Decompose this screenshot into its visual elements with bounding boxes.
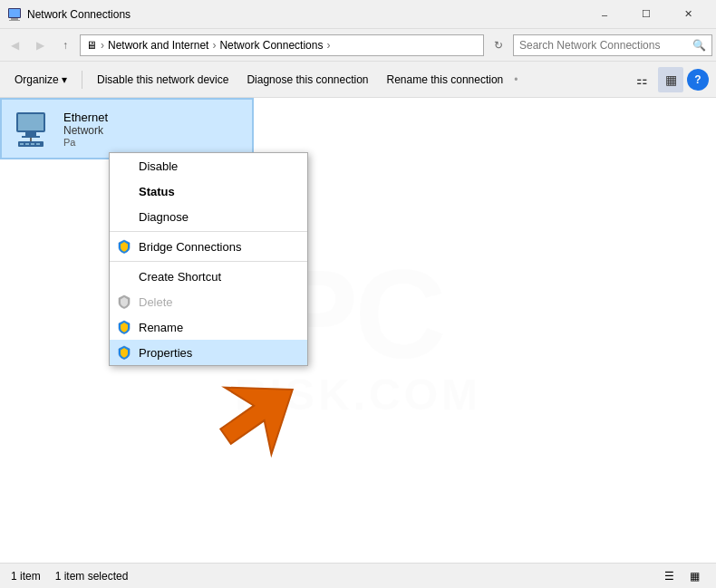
search-icon: 🔍: [692, 39, 706, 52]
back-button[interactable]: ◀: [4, 34, 25, 56]
rename-shield-icon: [117, 320, 131, 334]
properties-label: Properties: [139, 346, 192, 360]
view-icon-button2[interactable]: ▦: [658, 67, 683, 92]
search-box[interactable]: 🔍: [513, 34, 712, 56]
minimize-button[interactable]: –: [584, 0, 625, 29]
toolbar-dot-sep: •: [514, 73, 518, 86]
svg-rect-1: [9, 9, 20, 17]
toolbar-right: ⚏ ▦ ?: [629, 67, 709, 92]
ethernet-name: Ethernet: [63, 111, 108, 124]
bridge-label: Bridge Connections: [139, 240, 241, 254]
svg-rect-12: [31, 143, 34, 145]
view-icon-button1[interactable]: ⚏: [629, 67, 654, 92]
ethernet-type: Network: [63, 124, 108, 137]
title-bar: Network Connections – ☐ ✕: [0, 0, 716, 29]
status-view-btn2[interactable]: ▦: [683, 567, 705, 585]
maximize-button[interactable]: ☐: [625, 0, 667, 29]
disable-button[interactable]: Disable this network device: [90, 66, 236, 93]
menu-item-shortcut[interactable]: Create Shortcut: [110, 264, 307, 289]
ethernet-status: Pa: [63, 137, 108, 148]
address-bar: ◀ ▶ ↑ 🖥 › Network and Internet › Network…: [0, 29, 716, 62]
breadcrumb-sep2: ›: [326, 39, 330, 52]
svg-rect-3: [9, 20, 20, 21]
menu-sep-1: [110, 231, 307, 232]
toolbar: Organize ▾ Disable this network device D…: [0, 62, 716, 98]
diagnose-button[interactable]: Diagnose this connection: [239, 66, 375, 93]
svg-rect-13: [36, 143, 40, 145]
menu-sep-2: [110, 261, 307, 262]
refresh-button[interactable]: ↻: [488, 34, 509, 56]
svg-rect-6: [25, 132, 36, 136]
breadcrumb-item1[interactable]: Network and Internet: [108, 39, 208, 52]
svg-rect-11: [25, 143, 29, 145]
menu-item-rename[interactable]: Rename: [110, 314, 307, 340]
breadcrumb-sep1: ›: [212, 39, 216, 52]
menu-item-delete: Delete: [110, 289, 307, 314]
menu-item-properties[interactable]: Properties: [110, 340, 307, 365]
breadcrumb-sep0: ›: [101, 39, 104, 52]
breadcrumb[interactable]: 🖥 › Network and Internet › Network Conne…: [80, 34, 484, 56]
shortcut-label: Create Shortcut: [139, 270, 221, 284]
delete-shield-icon: [117, 294, 131, 309]
delete-label: Delete: [139, 295, 173, 309]
breadcrumb-home-icon: 🖥: [86, 39, 97, 52]
status-label: Status: [139, 185, 175, 198]
toolbar-sep1: [82, 71, 82, 89]
close-button[interactable]: ✕: [667, 0, 709, 29]
help-button[interactable]: ?: [687, 69, 709, 91]
bridge-shield-icon: [117, 239, 131, 254]
forward-button[interactable]: ▶: [29, 34, 51, 56]
menu-item-bridge[interactable]: Bridge Connections: [110, 234, 307, 259]
main-content: PC RISK.COM Ethernet Network Pa: [0, 98, 716, 563]
up-button[interactable]: ↑: [54, 34, 76, 56]
svg-rect-10: [20, 143, 24, 145]
ethernet-info: Ethernet Network Pa: [63, 111, 108, 148]
organize-button[interactable]: Organize ▾: [7, 66, 74, 93]
watermark: PC RISK.COM: [0, 98, 716, 563]
context-menu: Disable Status Diagnose Bridge Connectio…: [109, 152, 308, 366]
search-input[interactable]: [519, 39, 692, 52]
disable-label: Disable: [139, 159, 178, 173]
svg-rect-7: [22, 136, 40, 138]
svg-rect-5: [18, 114, 44, 130]
breadcrumb-item2[interactable]: Network Connections: [219, 39, 323, 52]
item-selected: 1 item selected: [55, 570, 129, 583]
diagnose-label: Diagnose: [139, 210, 189, 224]
rename-button[interactable]: Rename this connection: [380, 66, 511, 93]
ethernet-icon: [13, 107, 56, 150]
rename-label: Rename: [139, 321, 183, 334]
status-bar: 1 item 1 item selected ☰ ▦: [0, 563, 716, 588]
item-count: 1 item: [11, 570, 41, 583]
ethernet-item[interactable]: Ethernet Network Pa: [0, 98, 254, 159]
properties-shield-icon: [117, 345, 131, 360]
window-title: Network Connections: [27, 8, 584, 21]
status-view-btn1[interactable]: ☰: [658, 567, 680, 585]
window-controls: – ☐ ✕: [584, 0, 709, 29]
window-icon: [7, 7, 22, 22]
svg-marker-14: [208, 361, 316, 469]
status-bar-right: ☰ ▦: [658, 567, 705, 585]
menu-item-status[interactable]: Status: [110, 178, 307, 204]
menu-item-diagnose[interactable]: Diagnose: [110, 204, 307, 229]
menu-item-disable[interactable]: Disable: [110, 153, 307, 178]
svg-rect-2: [11, 18, 18, 20]
